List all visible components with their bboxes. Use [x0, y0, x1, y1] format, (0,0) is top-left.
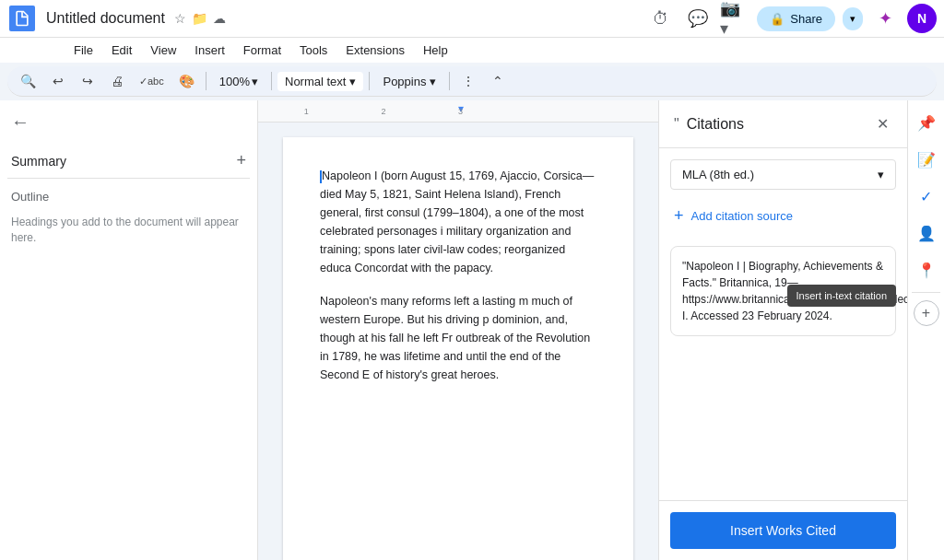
format-chevron: ▾: [878, 168, 884, 181]
cloud-icon[interactable]: ☁: [213, 11, 226, 26]
ruler-mark-1: 1: [304, 107, 309, 116]
summary-label: Summary: [11, 154, 66, 169]
menu-file[interactable]: File: [65, 40, 102, 61]
insert-intext-tooltip: Insert in-text citation: [787, 285, 896, 307]
paragraph-1: Napoleon I (born August 15, 1769, Ajacci…: [320, 167, 596, 277]
tasks-icon[interactable]: ✓: [912, 181, 941, 211]
top-right-actions: ⏱ 💬 📷 ▾ 🔒 Share ▾ ✦ N: [646, 4, 937, 33]
zoom-chevron: ▾: [252, 75, 258, 88]
citations-quote-icon: ": [674, 116, 679, 133]
comments-button[interactable]: 💬: [683, 4, 713, 33]
keep-icon[interactable]: 📌: [912, 108, 941, 137]
font-value: Poppins: [383, 75, 426, 88]
star-icon[interactable]: ☆: [174, 11, 186, 26]
search-button[interactable]: 🔍: [15, 70, 41, 92]
right-sidebar-strip: 📌 📝 ✓ 👤 📍 +: [907, 100, 944, 560]
toolbar-divider-3: [369, 72, 370, 90]
menu-format[interactable]: Format: [234, 40, 290, 61]
summary-section: Summary +: [7, 144, 250, 179]
history-button[interactable]: ⏱: [646, 4, 676, 33]
font-dropdown[interactable]: Poppins ▾: [375, 72, 443, 91]
folder-icon[interactable]: 📁: [192, 11, 207, 26]
tooltip-text: Insert in-text citation: [796, 290, 887, 301]
document-title[interactable]: Untitled document: [46, 10, 165, 27]
citations-title: Citations: [687, 116, 866, 133]
undo-button[interactable]: ↩: [45, 70, 71, 92]
share-label: Share: [790, 12, 822, 26]
main-layout: ← Summary + Outline Headings you add to …: [0, 100, 944, 560]
app-icon: [7, 4, 37, 33]
title-icons: ☆ 📁 ☁: [174, 11, 226, 26]
contacts-icon[interactable]: 👤: [912, 218, 941, 248]
top-bar: Untitled document ☆ 📁 ☁ ⏱ 💬 📷 ▾ 🔒 Share …: [0, 0, 944, 38]
toolbar-divider-4: [449, 72, 450, 90]
share-chevron-button[interactable]: ▾: [843, 7, 863, 30]
google-docs-icon: [9, 6, 35, 31]
lock-icon: 🔒: [770, 12, 785, 26]
document-content[interactable]: Napoleon I (born August 15, 1769, Ajacci…: [258, 122, 658, 560]
outline-hint: Headings you add to the document will ap…: [7, 211, 250, 250]
sidebar: ← Summary + Outline Headings you add to …: [0, 100, 258, 560]
more-options-button[interactable]: ⋮: [455, 70, 481, 92]
citation-card-wrapper: "Napoleon I | Biography, Achievements & …: [670, 246, 896, 336]
toolbar: 🔍 ↩ ↪ 🖨 ✓abc 🎨 100% ▾ Normal text ▾ Popp…: [7, 66, 937, 97]
style-chevron: ▾: [349, 75, 356, 88]
menu-help[interactable]: Help: [414, 40, 457, 61]
ruler-mark-2: 2: [381, 107, 385, 116]
toolbar-divider-2: [271, 72, 272, 90]
citations-panel: " Citations ✕ MLA (8th ed.) ▾ + Add cita…: [658, 100, 907, 560]
insert-works-cited-button[interactable]: Insert Works Cited: [670, 512, 896, 549]
sidebar-back-button[interactable]: ←: [7, 108, 250, 136]
citations-close-button[interactable]: ✕: [873, 111, 892, 136]
menu-bar: File Edit View Insert Format Tools Exten…: [0, 38, 944, 63]
menu-edit[interactable]: Edit: [102, 40, 141, 61]
ruler: ▾ 1 2 3: [258, 100, 658, 122]
gemini-button[interactable]: ✦: [870, 4, 900, 33]
add-apps-button[interactable]: +: [914, 300, 939, 326]
citations-body: MLA (8th ed.) ▾ + Add citation source "N…: [659, 148, 907, 500]
summary-add-button[interactable]: +: [236, 151, 246, 170]
format-dropdown[interactable]: MLA (8th ed.) ▾: [670, 159, 896, 190]
spellcheck-button[interactable]: ✓abc: [134, 72, 170, 91]
share-button[interactable]: 🔒 Share: [757, 6, 835, 31]
text-cursor: [320, 170, 322, 183]
menu-extensions[interactable]: Extensions: [336, 40, 414, 61]
add-source-plus-icon: +: [674, 206, 684, 226]
zoom-control[interactable]: 100% ▾: [212, 72, 266, 91]
notes-icon[interactable]: 📝: [912, 145, 941, 174]
paragraph-2: Napoleon's many reforms left a lasting m…: [320, 292, 596, 384]
text-style-dropdown[interactable]: Normal text ▾: [277, 72, 363, 91]
meet-button[interactable]: 📷 ▾: [720, 4, 749, 33]
maps-icon[interactable]: 📍: [912, 255, 941, 285]
style-value: Normal text: [285, 75, 346, 88]
font-chevron: ▾: [430, 75, 436, 88]
strip-divider: [912, 292, 940, 293]
add-source-label: Add citation source: [691, 209, 794, 223]
document-page[interactable]: Napoleon I (born August 15, 1769, Ajacci…: [283, 137, 633, 560]
menu-tools[interactable]: Tools: [290, 40, 336, 61]
menu-insert[interactable]: Insert: [185, 40, 234, 61]
toolbar-divider-1: [206, 72, 206, 90]
redo-button[interactable]: ↪: [75, 70, 100, 92]
citations-footer: Insert Works Cited: [659, 500, 907, 560]
menu-view[interactable]: View: [141, 40, 185, 61]
collapse-toolbar-button[interactable]: ⌃: [485, 70, 511, 92]
document-area: ▾ 1 2 3 Napoleon I (born August 15, 1769…: [258, 100, 658, 560]
add-citation-source-button[interactable]: + Add citation source: [670, 201, 896, 231]
paint-format-button[interactable]: 🎨: [173, 70, 200, 92]
user-avatar[interactable]: N: [907, 4, 937, 33]
zoom-value: 100%: [219, 75, 250, 88]
citations-header: " Citations ✕: [659, 100, 907, 148]
ruler-mark-3: 3: [458, 107, 463, 116]
outline-label: Outline: [7, 186, 250, 207]
format-value: MLA (8th ed.): [682, 168, 754, 181]
print-button[interactable]: 🖨: [104, 70, 130, 92]
